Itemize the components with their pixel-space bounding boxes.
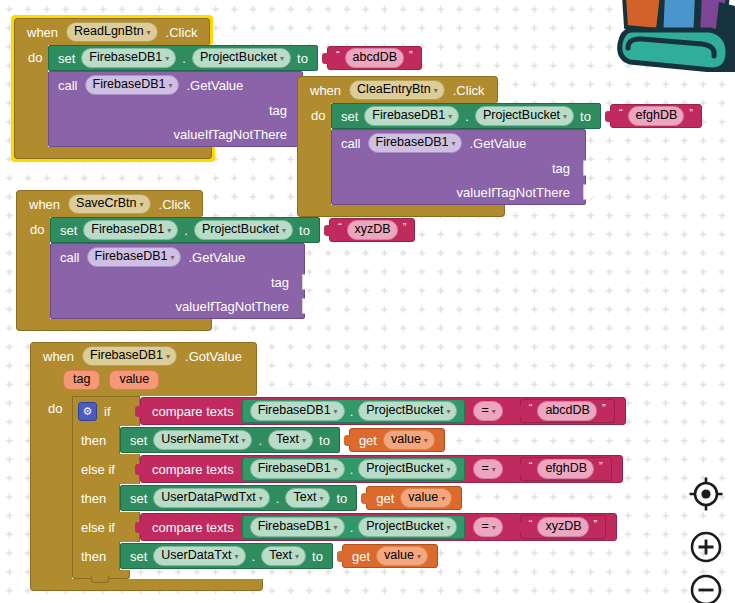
property-dropdown[interactable]: ProjectBucket ▾ bbox=[194, 220, 293, 240]
call-label: call bbox=[60, 250, 80, 265]
then-label-cell: then bbox=[72, 426, 120, 454]
property-dropdown[interactable]: ProjectBucket ▾ bbox=[358, 517, 457, 537]
event-name-label: .Click bbox=[166, 25, 198, 40]
text-string-block[interactable]: “ efghDB ” bbox=[520, 457, 612, 481]
event-block-header[interactable]: when FirebaseDB1 ▾ .GotValue tag value bbox=[30, 342, 257, 396]
set-projectbucket-block[interactable]: set FirebaseDB1 ▾ . ProjectBucket ▾ to bbox=[48, 45, 318, 71]
text-string-block[interactable]: “ abcdDB ” bbox=[327, 46, 422, 70]
set-projectbucket-block[interactable]: set FirebaseDB1 ▾ . ProjectBucket ▾ to bbox=[331, 103, 601, 129]
empty-socket[interactable] bbox=[302, 275, 312, 290]
get-variable-block[interactable]: get value ▾ bbox=[349, 428, 445, 452]
component-dropdown[interactable]: FirebaseDB1 ▾ bbox=[250, 517, 345, 537]
blocks-workspace[interactable]: when ReadLgnBtn ▾ .Click do set Firebase… bbox=[0, 0, 735, 603]
component-dropdown[interactable]: FirebaseDB1 ▾ bbox=[83, 220, 178, 240]
event-component-dropdown[interactable]: SaveCrBtn ▾ bbox=[68, 194, 150, 214]
get-variable-block[interactable]: get value ▾ bbox=[366, 486, 462, 510]
set-text-block[interactable]: set UserDataPwdTxt ▾ . Text ▾ to bbox=[120, 485, 357, 511]
event-block-header[interactable]: when SaveCrBtn ▾ .Click bbox=[16, 190, 203, 217]
event-component-dropdown[interactable]: FirebaseDB1 ▾ bbox=[82, 346, 177, 366]
close-quote-icon: ” bbox=[403, 222, 407, 232]
call-getvalue-block[interactable]: call FirebaseDB1 ▾ .GetValue tag valueIf… bbox=[48, 71, 303, 147]
property-getter-block[interactable]: FirebaseDB1 ▾ . ProjectBucket ▾ bbox=[242, 515, 466, 539]
text-value-field[interactable]: abcdDB bbox=[537, 401, 596, 421]
component-dropdown[interactable]: UserDataPwdTxt ▾ bbox=[153, 488, 270, 508]
property-dropdown[interactable]: ProjectBucket ▾ bbox=[358, 459, 457, 479]
then-label: then bbox=[81, 433, 106, 448]
event-block-header[interactable]: when ReadLgnBtn ▾ .Click bbox=[14, 18, 210, 45]
text-string-block[interactable]: “ efghDB ” bbox=[610, 104, 702, 128]
text-string-block[interactable]: “ xyzDB ” bbox=[520, 515, 606, 539]
set-label: set bbox=[130, 491, 147, 506]
component-dropdown[interactable]: FirebaseDB1 ▾ bbox=[368, 133, 463, 153]
event-block-header[interactable]: when CleaEntryBtn ▾ .Click bbox=[297, 76, 498, 103]
component-dropdown[interactable]: FirebaseDB1 ▾ bbox=[250, 459, 345, 479]
empty-socket[interactable] bbox=[583, 185, 593, 200]
get-variable-block[interactable]: get value ▾ bbox=[342, 544, 438, 568]
component-dropdown[interactable]: FirebaseDB1 ▾ bbox=[85, 75, 180, 95]
event-component-dropdown[interactable]: ReadLgnBtn ▾ bbox=[66, 22, 158, 42]
text-value-field[interactable]: xyzDB bbox=[537, 517, 588, 537]
set-text-block[interactable]: set UserDataTxt ▾ . Text ▾ to bbox=[120, 543, 333, 569]
close-quote-icon: ” bbox=[689, 108, 693, 118]
block-footer bbox=[16, 319, 212, 331]
open-quote-icon: “ bbox=[529, 403, 533, 413]
component-dropdown[interactable]: UserNameTxt ▾ bbox=[153, 430, 252, 450]
zoom-out-button[interactable] bbox=[692, 576, 720, 603]
property-name: ProjectBucket bbox=[202, 222, 279, 237]
operator-dropdown[interactable]: = ▾ bbox=[473, 517, 502, 537]
chevron-down-icon: ▾ bbox=[319, 491, 323, 506]
if-else-block[interactable]: ⚙ if compare texts FirebaseDB1 ▾ . bbox=[72, 396, 626, 579]
property-getter-block[interactable]: FirebaseDB1 ▾ . ProjectBucket ▾ bbox=[242, 457, 466, 481]
when-savecrbtn-click-block[interactable]: when SaveCrBtn ▾ .Click do set FirebaseD… bbox=[16, 190, 415, 331]
operator-dropdown[interactable]: = ▾ bbox=[473, 401, 502, 421]
property-dropdown[interactable]: ProjectBucket ▾ bbox=[475, 106, 574, 126]
component-dropdown[interactable]: FirebaseDB1 ▾ bbox=[250, 401, 345, 421]
variable-dropdown[interactable]: value ▾ bbox=[376, 546, 428, 566]
event-component-dropdown[interactable]: CleaEntryBtn ▾ bbox=[349, 80, 445, 100]
property-dropdown[interactable]: Text ▾ bbox=[285, 488, 330, 508]
when-firebasedb1-gotvalue-block[interactable]: when FirebaseDB1 ▾ .GotValue tag value d… bbox=[30, 342, 626, 591]
operator-dropdown[interactable]: = ▾ bbox=[473, 459, 502, 479]
component-dropdown[interactable]: UserDataTxt ▾ bbox=[153, 546, 245, 566]
call-getvalue-block[interactable]: call FirebaseDB1 ▾ .GetValue tag valueIf… bbox=[50, 243, 305, 319]
then-label: then bbox=[81, 549, 106, 564]
set-text-block[interactable]: set UserNameTxt ▾ . Text ▾ to bbox=[120, 427, 340, 453]
chevron-down-icon: ▾ bbox=[140, 197, 144, 212]
do-spine: do bbox=[16, 217, 50, 319]
text-string-block[interactable]: “ abcdDB ” bbox=[520, 399, 615, 423]
component-dropdown[interactable]: FirebaseDB1 ▾ bbox=[87, 247, 182, 267]
property-name: Text bbox=[293, 490, 316, 505]
dot-label: . bbox=[182, 51, 186, 66]
event-param-value[interactable]: value bbox=[109, 370, 159, 390]
zoom-in-button[interactable] bbox=[692, 533, 720, 561]
then-label-cell: then bbox=[72, 484, 120, 512]
compare-texts-block[interactable]: compare texts FirebaseDB1 ▾ . ProjectBuc… bbox=[140, 513, 617, 541]
property-dropdown[interactable]: ProjectBucket ▾ bbox=[358, 401, 457, 421]
component-dropdown[interactable]: FirebaseDB1 ▾ bbox=[364, 106, 459, 126]
compare-texts-block[interactable]: compare texts FirebaseDB1 ▾ . ProjectBuc… bbox=[140, 397, 626, 425]
text-value-field[interactable]: efghDB bbox=[628, 106, 685, 126]
backpack-icon[interactable] bbox=[616, 0, 735, 72]
text-value-field[interactable]: efghDB bbox=[537, 459, 594, 479]
component-dropdown[interactable]: FirebaseDB1 ▾ bbox=[81, 48, 176, 68]
operator: = bbox=[481, 403, 488, 418]
variable-dropdown[interactable]: value ▾ bbox=[400, 488, 452, 508]
text-string-block[interactable]: “ xyzDB ” bbox=[329, 218, 415, 242]
set-projectbucket-block[interactable]: set FirebaseDB1 ▾ . ProjectBucket ▾ to bbox=[50, 217, 320, 243]
empty-socket[interactable] bbox=[583, 161, 593, 176]
text-value-field[interactable]: xyzDB bbox=[347, 220, 398, 240]
recenter-blocks-button[interactable] bbox=[690, 478, 723, 511]
chevron-down-icon: ▾ bbox=[492, 404, 496, 419]
compare-texts-label: compare texts bbox=[152, 404, 234, 419]
property-dropdown[interactable]: ProjectBucket ▾ bbox=[192, 48, 291, 68]
compare-texts-block[interactable]: compare texts FirebaseDB1 ▾ . ProjectBuc… bbox=[140, 455, 623, 483]
variable-dropdown[interactable]: value ▾ bbox=[383, 430, 435, 450]
empty-socket[interactable] bbox=[302, 299, 312, 314]
property-getter-block[interactable]: FirebaseDB1 ▾ . ProjectBucket ▾ bbox=[242, 399, 466, 423]
chevron-down-icon: ▾ bbox=[441, 491, 445, 506]
property-dropdown[interactable]: Text ▾ bbox=[268, 430, 313, 450]
event-param-tag[interactable]: tag bbox=[63, 370, 100, 390]
property-dropdown[interactable]: Text ▾ bbox=[261, 546, 306, 566]
mutator-gear-icon[interactable]: ⚙ bbox=[78, 402, 97, 421]
text-value-field[interactable]: abcdDB bbox=[345, 48, 404, 68]
